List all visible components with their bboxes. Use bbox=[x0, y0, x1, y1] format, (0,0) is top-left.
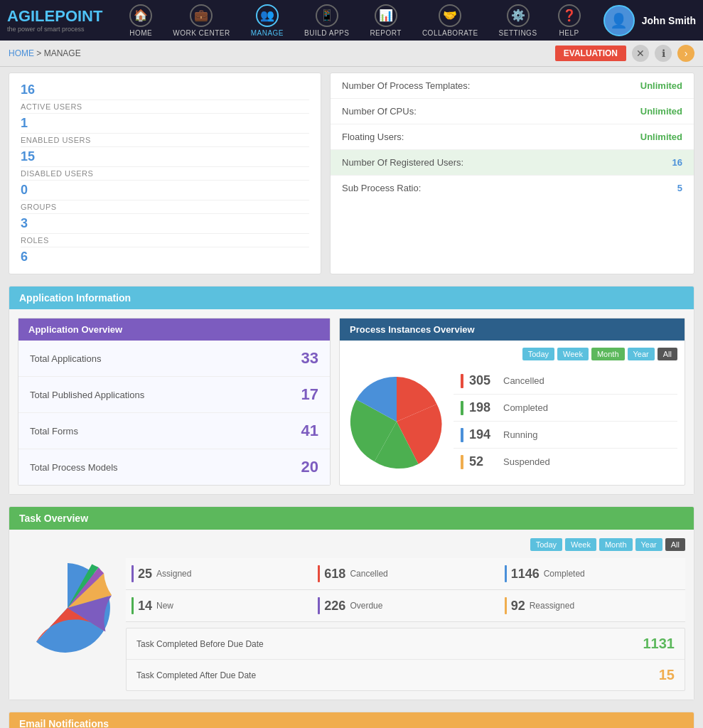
filter-today-btn[interactable]: Today bbox=[522, 348, 554, 360]
legend-cancelled: 305 Cancelled bbox=[454, 368, 677, 395]
license-templates-label: Number Of Process Templates: bbox=[342, 80, 470, 91]
stat-row-groups: 0 bbox=[21, 181, 309, 200]
workcenter-icon: 💼 bbox=[190, 4, 213, 27]
nav-settings-label: SETTINGS bbox=[499, 29, 537, 37]
close-icon[interactable]: ✕ bbox=[632, 45, 649, 62]
nav-settings[interactable]: ⚙️ SETTINGS bbox=[490, 1, 546, 41]
task-stat-new: 14 New bbox=[126, 590, 312, 622]
license-floating-label: Floating Users: bbox=[342, 132, 404, 142]
top-bar: HOME > MANAGE EVALUATION ✕ ℹ › bbox=[0, 41, 703, 67]
user-area: 👤 John Smith bbox=[603, 5, 696, 36]
info-icon[interactable]: ℹ bbox=[655, 45, 672, 62]
license-row-floating: Floating Users: Unlimited bbox=[331, 124, 694, 150]
filter-year-btn[interactable]: Year bbox=[628, 348, 655, 360]
task-filter-all[interactable]: All bbox=[665, 538, 685, 551]
task-filter-year[interactable]: Year bbox=[635, 538, 662, 551]
license-floating-value: Unlimited bbox=[640, 132, 682, 142]
nav-manage-label: MANAGE bbox=[251, 29, 284, 37]
nav-buildapps[interactable]: 📱 BUILD APPS bbox=[296, 1, 358, 41]
filter-week-btn[interactable]: Week bbox=[557, 348, 589, 360]
license-registered-label: Number Of Registered Users: bbox=[342, 157, 463, 168]
breadcrumb-home[interactable]: HOME bbox=[9, 48, 34, 58]
task-comp-after-value: 15 bbox=[659, 667, 675, 683]
reassigned-border bbox=[505, 597, 507, 614]
process-models-value: 20 bbox=[301, 458, 318, 476]
evaluation-badge: EVALUATION bbox=[555, 46, 626, 61]
nav-workcenter-label: WORK CENTER bbox=[173, 29, 230, 37]
task-grid: 25 Assigned 618 Cancelled 1146 bbox=[126, 558, 685, 622]
license-cpus-label: Number Of CPUs: bbox=[342, 106, 417, 117]
breadcrumb-separator: > bbox=[36, 48, 43, 58]
stat-row-active: 16 bbox=[21, 80, 309, 100]
new-border bbox=[132, 597, 134, 614]
total-forms-label: Total Forms bbox=[30, 426, 78, 437]
disabled-users-value: 15 bbox=[21, 149, 42, 164]
completed-label: Completed bbox=[503, 402, 548, 413]
filter-all-btn[interactable]: All bbox=[658, 348, 677, 360]
running-label: Running bbox=[503, 429, 537, 440]
legend-completed: 198 Completed bbox=[454, 395, 677, 422]
assigned-border bbox=[132, 565, 134, 582]
nav-workcenter[interactable]: 💼 WORK CENTER bbox=[164, 1, 239, 41]
app-stat-published-apps: Total Published Applications 17 bbox=[18, 377, 330, 413]
app-info-content: Application Overview Total Applications … bbox=[9, 309, 694, 494]
nav-home[interactable]: 🏠 HOME bbox=[121, 1, 161, 41]
license-subprocess-value: 5 bbox=[677, 183, 682, 193]
help-icon: ❓ bbox=[558, 4, 581, 27]
task-stats: 25 Assigned 618 Cancelled 1146 bbox=[126, 558, 685, 691]
nav-manage[interactable]: 👥 MANAGE bbox=[242, 1, 292, 41]
user-info-section: 16 ACTIVE USERS 1 ENABLED USERS 15 DISAB… bbox=[9, 73, 694, 274]
stat-row-disabled-label: DISABLED USERS bbox=[21, 167, 309, 181]
app-info-section: Application Information Application Over… bbox=[9, 286, 694, 495]
roles-label: ROLES bbox=[21, 236, 49, 245]
enabled-users-value: 1 bbox=[21, 116, 42, 131]
nav-help-label: HELP bbox=[559, 29, 579, 37]
nav-home-label: HOME bbox=[129, 29, 152, 37]
app-stat-total-apps: Total Applications 33 bbox=[18, 341, 330, 377]
stat-row-disabled: 15 bbox=[21, 147, 309, 167]
nav-items: 🏠 HOME 💼 WORK CENTER 👥 MANAGE 📱 BUILD AP… bbox=[107, 1, 603, 41]
task-filter-month[interactable]: Month bbox=[599, 538, 633, 551]
total-apps-value: 33 bbox=[301, 349, 318, 368]
app-overview: Application Overview Total Applications … bbox=[18, 318, 331, 486]
task-stat-overdue: 226 Overdue bbox=[312, 590, 498, 622]
filter-month-btn[interactable]: Month bbox=[591, 348, 625, 360]
task-cancelled-value: 618 bbox=[324, 567, 345, 582]
stat-row-groups-label: GROUPS bbox=[21, 200, 309, 214]
app-overview-header: Application Overview bbox=[18, 318, 330, 341]
nav-help[interactable]: ❓ HELP bbox=[549, 1, 589, 41]
breadcrumb-current: MANAGE bbox=[44, 48, 81, 58]
groups-value: 0 bbox=[21, 183, 42, 198]
home-icon: 🏠 bbox=[129, 4, 152, 27]
nav-buildapps-label: BUILD APPS bbox=[304, 29, 349, 37]
license-box: Number Of Process Templates: Unlimited N… bbox=[330, 73, 694, 274]
stat-row-roles: 3 bbox=[21, 214, 309, 234]
overdue-label: Overdue bbox=[350, 601, 382, 611]
completed-color bbox=[461, 401, 463, 415]
avatar: 👤 bbox=[603, 5, 635, 36]
process-overview-header: Process Instances Overview bbox=[340, 318, 685, 341]
running-value: 194 bbox=[469, 427, 498, 442]
nav-report[interactable]: 📊 REPORT bbox=[361, 1, 410, 41]
process-pie-svg bbox=[347, 372, 446, 471]
active-users-label: ACTIVE USERS bbox=[21, 102, 82, 111]
task-filter-today[interactable]: Today bbox=[530, 538, 562, 551]
report-icon: 📊 bbox=[375, 4, 397, 27]
groups-label: GROUPS bbox=[21, 203, 57, 211]
user-stats-box: 16 ACTIVE USERS 1 ENABLED USERS 15 DISAB… bbox=[9, 73, 321, 274]
enabled-users-label: ENABLED USERS bbox=[21, 136, 91, 144]
nav-collaborate[interactable]: 🤝 COLLABORATE bbox=[414, 1, 487, 41]
stat-row-active-label: ACTIVE USERS bbox=[21, 100, 309, 114]
task-filter-week[interactable]: Week bbox=[565, 538, 596, 551]
task-stat-cancelled: 618 Cancelled bbox=[312, 558, 498, 590]
process-overview: Process Instances Overview Today Week Mo… bbox=[339, 318, 685, 486]
new-label: New bbox=[156, 601, 173, 611]
stat-row-enabled-label: ENABLED USERS bbox=[21, 134, 309, 147]
logo: AGILEPOINT the power of smart process bbox=[7, 9, 107, 33]
task-section: Task Overview Today Week Month Year All bbox=[9, 506, 694, 700]
app-stat-process-models: Total Process Models 20 bbox=[18, 449, 330, 485]
license-row-cpus: Number Of CPUs: Unlimited bbox=[331, 99, 694, 124]
process-body: 305 Cancelled 198 Completed bbox=[347, 368, 677, 475]
main-wrapper: HOME > MANAGE EVALUATION ✕ ℹ › 16 ACTIVE… bbox=[0, 41, 703, 728]
chevron-right-icon[interactable]: › bbox=[677, 45, 694, 62]
